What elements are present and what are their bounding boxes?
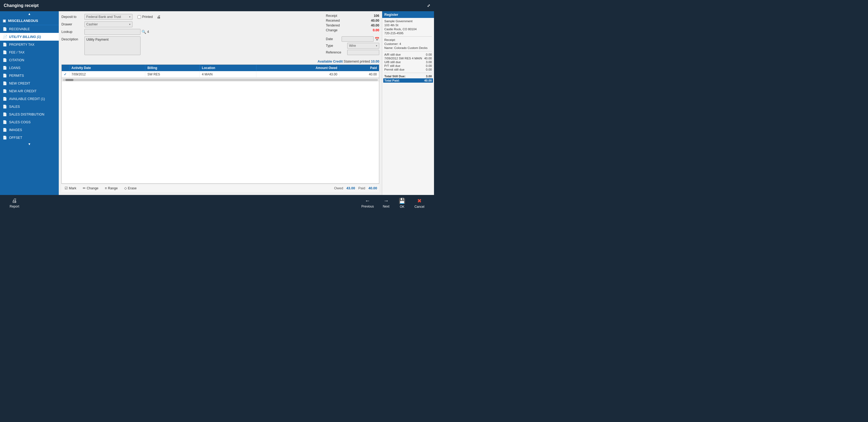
date-row: Date 2/26/2020 📅 (326, 36, 379, 42)
register-customer-label: Customer: 4 (384, 42, 432, 46)
sidebar-doc-icon: 📄 (3, 35, 7, 39)
receipt-number-row: Receipt 106 (326, 14, 379, 18)
cell-activity-date: 7/09/2012 (69, 71, 145, 78)
sidebar-doc-icon: 📄 (3, 105, 7, 109)
reference-input[interactable]: *****1111 (347, 50, 379, 55)
hscroll-thumb[interactable] (65, 79, 73, 81)
previous-label: Previous (361, 204, 374, 208)
bottom-toolbar: 🖨 Report ← Previous → Next 💾 OK ✖ Cancel (0, 195, 434, 211)
change-row: Change 0.00 (326, 28, 379, 32)
sidebar-item-new-ar-credit[interactable]: 📄 NEW A/R CREDIT (0, 87, 59, 95)
col-billing: Billing (145, 65, 199, 71)
register-row: 7/09/2012 SW RES 4 MAIN 40.00 (384, 57, 432, 60)
sidebar-scroll-down[interactable]: ▼ (0, 141, 59, 147)
description-label: Description (61, 37, 83, 41)
footer-totals: Owed 43.00 Paid 40.00 (334, 186, 377, 190)
type-select[interactable]: Wire (347, 43, 379, 49)
content-area: Deposit to Federal Bank and Trust Printe… (59, 11, 382, 195)
register-row: A/R still due 0.00 (384, 53, 432, 56)
sidebar-item-property-tax[interactable]: 📄 PROPERTY TAX (0, 41, 59, 48)
mark-check-icon: ☑ (65, 186, 68, 190)
printed-checkbox[interactable] (137, 15, 141, 19)
expand-icon[interactable]: ⤢ (427, 3, 430, 8)
cell-paid: 40.00 (339, 71, 379, 78)
available-credit-link[interactable]: Available Credit (317, 60, 343, 63)
printed-label: Printed (142, 15, 153, 19)
sidebar-item-citation[interactable]: 📄 CITATION (0, 56, 59, 64)
sidebar-item-sales-distribution[interactable]: 📄 SALES DISTRIBUTION (0, 110, 59, 118)
previous-button[interactable]: ← Previous (357, 196, 378, 210)
description-textarea[interactable]: Utility Payment (84, 36, 141, 55)
deposit-select[interactable]: Federal Bank and Trust (84, 14, 132, 20)
sidebar-item-label: OFFSET (9, 136, 22, 140)
description-wrapper: Utility Payment (84, 36, 141, 56)
register-header: Register (382, 11, 434, 18)
receipt-number: 106 (374, 14, 379, 18)
sidebar-item-sales-cogs[interactable]: 📄 SALES COGS (0, 118, 59, 126)
cell-billing: SW RES (145, 71, 199, 78)
owed-label: Owed (334, 186, 343, 190)
sidebar-item-label: AVAILABLE CREDIT (1) (9, 97, 45, 101)
change-label: Change (87, 187, 98, 190)
register-row: Permit still due 0.00 (384, 68, 432, 71)
sidebar-item-permits[interactable]: 📄 PERMITS (0, 72, 59, 79)
print-icon[interactable]: 🖨 (157, 15, 160, 19)
deposit-row-inner: Deposit to Federal Bank and Trust Printe… (61, 14, 160, 20)
sidebar-item-label: SALES DISTRIBUTION (9, 113, 44, 116)
sidebar-item-label: FEE / TAX (9, 51, 25, 54)
cancel-button[interactable]: ✖ Cancel (410, 196, 429, 210)
date-input[interactable]: 2/26/2020 (342, 36, 374, 42)
sidebar-doc-icon: 📄 (3, 120, 7, 124)
table-row[interactable]: ✓ 7/09/2012 SW RES 4 MAIN 43.00 40.00 (62, 71, 379, 78)
sidebar-item-sales[interactable]: 📄 SALES (0, 103, 59, 110)
sidebar-item-loans[interactable]: 📄 LOANS (0, 64, 59, 72)
table-footer: ☑ Mark ✏ Change ≡ Range ◇ Erase Owed 43.… (61, 184, 379, 192)
title-bar: Changing receipt ⤢ (0, 0, 434, 11)
report-button[interactable]: 🖨 Report (5, 196, 24, 210)
sidebar-item-fee-tax[interactable]: 📄 FEE / TAX (0, 48, 59, 56)
sidebar-doc-icon: 📄 (3, 50, 7, 54)
calendar-icon[interactable]: 📅 (375, 37, 379, 41)
lookup-input[interactable]: Colorado Custom Decks (84, 29, 141, 35)
total-still-due-value: 3.00 (426, 75, 432, 78)
register-row-value: 0.00 (426, 53, 432, 56)
range-button[interactable]: ≡ Range (104, 186, 119, 191)
sidebar-item-label: SALES (9, 105, 20, 109)
drawer-select[interactable]: Cashier (84, 21, 132, 27)
tendered-label: Tendered (326, 24, 340, 27)
register-row-label: U/B still due (384, 60, 401, 64)
erase-button[interactable]: ◇ Erase (123, 186, 138, 191)
sidebar-item-receivable[interactable]: 📄 RECEIVABLE (0, 25, 59, 33)
type-row: Type Wire (326, 43, 379, 49)
sidebar-item-label: RECEIVABLE (9, 27, 30, 31)
total-paid-row: Total Paid: 40.00 (383, 78, 433, 83)
register-row: P/T still due 0.00 (384, 64, 432, 67)
reference-label: Reference (326, 51, 341, 54)
lookup-input-group: Colorado Custom Decks 🔍 4 (84, 29, 149, 35)
ok-button[interactable]: 💾 OK (394, 196, 410, 210)
sidebar-item-available-credit[interactable]: 📄 AVAILABLE CREDIT (1) (0, 95, 59, 103)
change-button[interactable]: ✏ Change (82, 186, 100, 191)
next-button[interactable]: → Next (378, 196, 394, 210)
sidebar-scroll-up[interactable]: ▲ (0, 11, 59, 17)
printed-checkbox-label[interactable]: Printed (137, 15, 153, 19)
sidebar-item-new-credit[interactable]: 📄 NEW CREDIT (0, 79, 59, 87)
sidebar-item-utility-billing[interactable]: 📄 UTILITY BILLING (1) (0, 33, 59, 41)
register-row: U/B still due 3.00 (384, 60, 432, 64)
drawer-row: Drawer Cashier (61, 21, 320, 27)
drawer-label: Drawer (61, 23, 83, 26)
form-right: Receipt 106 Received 40.00 Tendered 40.0… (326, 14, 379, 57)
lookup-search-icon[interactable]: 🔍 (142, 30, 146, 34)
tendered-value: 40.00 (371, 24, 379, 27)
sidebar-item-offset[interactable]: 📄 OFFSET (0, 134, 59, 141)
sidebar-item-images[interactable]: 📄 IMAGES (0, 126, 59, 134)
register-receipt-label: Receipt: (384, 38, 432, 41)
mark-button[interactable]: ☑ Mark (64, 186, 78, 191)
table-body: ✓ 7/09/2012 SW RES 4 MAIN 43.00 40.00 (62, 71, 379, 78)
erase-label: Erase (128, 187, 137, 190)
horizontal-scrollbar[interactable] (62, 78, 379, 82)
register-body: Sample Government 103 4th St Castle Rock… (382, 18, 434, 195)
register-address1: 103 4th St (384, 24, 432, 27)
sidebar-item-label: CITATION (9, 58, 24, 62)
sidebar-doc-icon: 📄 (3, 112, 7, 116)
